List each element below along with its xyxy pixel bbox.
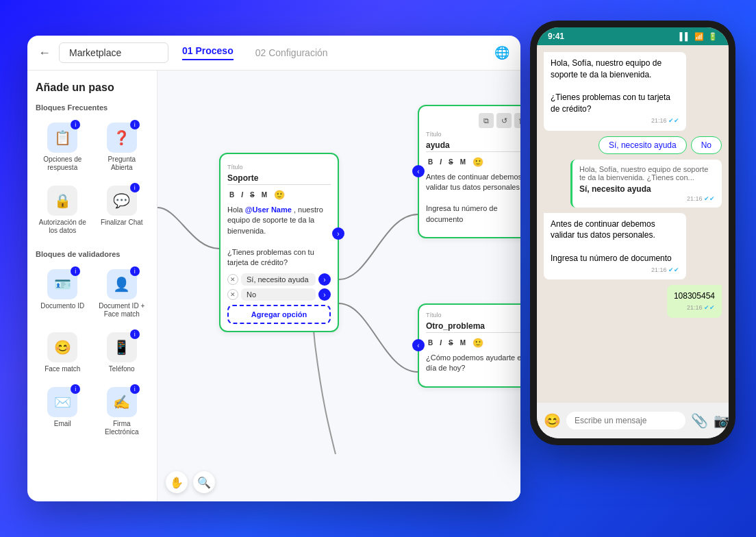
blocks-validadores: 🪪 i Documento ID 👤 i Document ID + Face … (36, 265, 149, 440)
option-arrow-2[interactable]: › (318, 288, 331, 301)
node-soporte[interactable]: Título B I S M 🙂 Hola @User Name , nuest… (219, 153, 339, 332)
emoji-btn-2[interactable]: 🙂 (470, 156, 486, 168)
node-toolbar-2: B I S M 🙂 (426, 156, 520, 168)
node-content-2: Antes de continuar debemos validar tus d… (426, 172, 520, 225)
block-email[interactable]: ✉️ i Email (36, 383, 90, 440)
node-connector-right-1[interactable]: › (332, 227, 344, 240)
block-opciones-respuesta[interactable]: 📋 i Opciones de respuesta (36, 118, 90, 176)
block-documento-face[interactable]: 👤 i Document ID + Face match (95, 265, 149, 323)
phone-time: 9:41 (548, 32, 564, 41)
block-label-face: Face match (45, 365, 80, 373)
block-telefono[interactable]: 📱 i Teléfono (95, 328, 149, 377)
attachment-icon[interactable]: 📎 (691, 412, 708, 429)
italic-btn-2[interactable]: I (438, 158, 444, 166)
block-label-firma: Firma Electrónica (98, 420, 147, 436)
battery-icon: 🔋 (708, 32, 718, 41)
option-row-2: ✕ No › (227, 288, 331, 301)
option-delete-1[interactable]: ✕ (227, 274, 238, 285)
strike-btn-2[interactable]: S (446, 158, 455, 166)
mono-btn-3[interactable]: M (458, 338, 468, 347)
mono-btn-1[interactable]: M (260, 190, 269, 199)
emoji-input-icon[interactable]: 😊 (544, 412, 561, 429)
italic-btn-3[interactable]: I (438, 338, 444, 347)
block-icon-email: ✉️ i (47, 387, 77, 417)
back-button[interactable]: ← (38, 46, 51, 60)
section-frecuentes-label: Bloques Frecuentes (36, 103, 149, 112)
node-title-input-1[interactable] (227, 172, 331, 185)
globe-icon[interactable]: 🌐 (494, 45, 509, 60)
block-pregunta-abierta[interactable]: ❓ i Pregunta Abierta (95, 118, 149, 176)
ctrl-refresh[interactable]: ↺ (496, 113, 512, 128)
block-label-telefono: Teléfono (109, 365, 135, 373)
phone-status-bar: 9:41 ▌▌ 📶 🔋 (537, 27, 729, 45)
emoji-btn-1[interactable]: 🙂 (272, 189, 287, 201)
status-icons: ▌▌ 📶 🔋 (679, 32, 718, 41)
search-tool[interactable]: 🔍 (193, 471, 215, 493)
node-title-input-2[interactable] (426, 139, 520, 152)
chat-area[interactable]: Hola, Sofía, nuestro equipo de soporte t… (537, 45, 729, 403)
phone-input-bar: 😊 📎 📷 🎤 (537, 403, 729, 438)
quoted-message: Hola, Sofía, nuestro equipo de soporte t… (570, 160, 722, 208)
italic-btn-1[interactable]: I (239, 190, 245, 199)
add-option-button[interactable]: Agregar opción (227, 305, 331, 324)
canvas-tools: ✋ 🔍 (166, 471, 215, 493)
block-documento-id[interactable]: 🪪 i Documento ID (36, 265, 90, 323)
msg-validation: Antes de continuar debemos validar tus d… (544, 213, 686, 280)
msg-doc-text: 108305454 (674, 291, 715, 301)
block-firma[interactable]: ✍️ i Firma Electrónica (95, 383, 149, 440)
block-label-autorizacion: Autorización de los datos (38, 218, 87, 235)
block-icon-firma: ✍️ i (107, 387, 137, 417)
canvas-area[interactable]: Título B I S M 🙂 Hola @User Name , nuest… (158, 71, 520, 501)
block-icon-documento: 🪪 i (47, 269, 77, 299)
quoted-reply-text: Sí, necesito ayuda (579, 184, 715, 194)
node-otro-problema[interactable]: Título B I S M 🙂 ¿Cómo podemos ayudarte … (418, 303, 520, 388)
mono-btn-2[interactable]: M (458, 158, 468, 166)
block-icon-face: 😊 (47, 332, 77, 362)
block-label-opciones: Opciones de respuesta (38, 155, 87, 172)
hand-tool[interactable]: ✋ (166, 471, 188, 493)
node-title-input-3[interactable] (426, 320, 520, 333)
node-title-label-2: Título (426, 131, 520, 138)
editor-panel: ← 01 Proceso 02 Configuración 🌐 Añade un… (27, 36, 520, 501)
message-input[interactable] (566, 412, 685, 429)
quick-reply-si[interactable]: Sí, necesito ayuda (598, 136, 687, 154)
block-label-pregunta: Pregunta Abierta (98, 155, 147, 172)
editor-content: Añade un paso Bloques Frecuentes 📋 i Opc… (27, 71, 520, 501)
node-content-1: Hola @User Name , nuestro equipo de sopo… (227, 205, 331, 268)
marketplace-input[interactable] (59, 42, 168, 63)
camera-icon[interactable]: 📷 (714, 412, 729, 429)
bold-btn-1[interactable]: B (227, 190, 236, 199)
node-ayuda[interactable]: ⧉ ↺ 🗑 Título B I S M 🙂 Antes de continua… (418, 105, 520, 238)
emoji-btn-3[interactable]: 🙂 (470, 337, 486, 349)
block-icon-telefono: 📱 i (107, 332, 137, 362)
bold-btn-2[interactable]: B (426, 158, 435, 166)
quick-reply-no[interactable]: No (691, 136, 722, 154)
option-label-1: Sí, necesito ayuda (241, 273, 316, 286)
editor-header: ← 01 Proceso 02 Configuración 🌐 (27, 36, 520, 71)
mention-username: @User Name (245, 205, 292, 214)
strike-btn-3[interactable]: S (446, 338, 455, 347)
section-validadores-label: Bloques de validadores (36, 250, 149, 258)
tab-configuracion[interactable]: 02 Configuración (255, 47, 328, 58)
block-face-match[interactable]: 😊 Face match (36, 328, 90, 377)
msg-document-number: 108305454 21:16 ✔✔ (667, 285, 722, 317)
msg-greeting: Hola, Sofía, nuestro equipo de soporte t… (544, 52, 686, 131)
strike-btn-1[interactable]: S (248, 190, 257, 199)
block-autorizacion[interactable]: 🔒 Autorización de los datos (36, 182, 90, 239)
node-connector-left-2[interactable]: ‹ (412, 165, 425, 177)
tab-proceso[interactable]: 01 Proceso (182, 45, 234, 60)
msg-greeting-time: 21:16 ✔✔ (551, 116, 679, 125)
node-connector-left-3[interactable]: ‹ (412, 339, 425, 351)
bold-btn-3[interactable]: B (426, 338, 435, 347)
option-arrow-1[interactable]: › (318, 273, 331, 286)
ctrl-delete[interactable]: 🗑 (514, 113, 520, 128)
block-finalizar-chat[interactable]: 💬 i Finalizar Chat (95, 182, 149, 239)
option-delete-2[interactable]: ✕ (227, 289, 238, 300)
block-icon-pregunta: ❓ i (107, 123, 137, 153)
ctrl-copy[interactable]: ⧉ (479, 113, 494, 128)
wifi-icon: 📶 (694, 32, 704, 41)
block-label-document-face: Document ID + Face match (98, 302, 147, 319)
signal-icon: ▌▌ (679, 32, 690, 40)
sidebar: Añade un paso Bloques Frecuentes 📋 i Opc… (27, 71, 158, 501)
quoted-text: Hola, Sofía, nuestro equipo de soporte t… (579, 165, 715, 182)
